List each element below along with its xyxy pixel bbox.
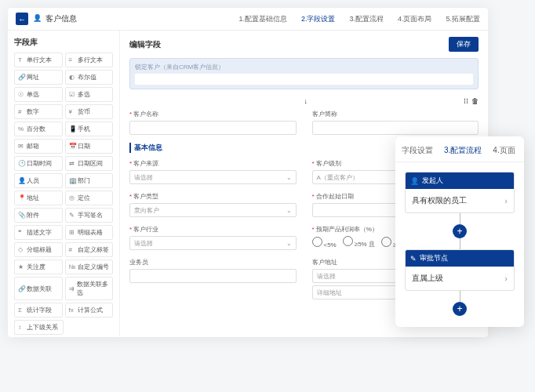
input-sales[interactable]: [129, 269, 297, 283]
field-item[interactable]: ↕上下级关系: [14, 320, 64, 335]
field-icon: #: [69, 246, 75, 253]
page-title: 客户信息: [45, 13, 77, 24]
node-body[interactable]: 具有权限的员工›: [406, 189, 514, 212]
field-item[interactable]: ★关注度: [14, 260, 63, 274]
field-label: 上下级关系: [27, 323, 58, 332]
overlay-tab-fields[interactable]: 字段设置: [402, 143, 433, 158]
field-item[interactable]: 🏢部门: [65, 173, 114, 188]
field-item[interactable]: 📎附件: [14, 208, 63, 223]
field-label: 日期: [78, 142, 90, 151]
add-node-button[interactable]: +: [453, 302, 467, 316]
field-label: 部门: [78, 176, 90, 185]
col-industry: *客户行业 请选择: [129, 225, 297, 250]
field-item[interactable]: ❝描述文字: [14, 225, 63, 240]
step-5[interactable]: 5.拓展配置: [446, 14, 480, 24]
field-item[interactable]: ⇄日期区间: [65, 156, 114, 171]
field-icon: 👤: [18, 177, 24, 184]
field-icon: ¥: [69, 108, 75, 115]
field-item[interactable]: ⊞明细表格: [65, 225, 114, 240]
field-item[interactable]: 🔗数据关联: [14, 277, 63, 300]
flow-node-initiator[interactable]: 👤发起人 具有权限的员工›: [405, 172, 515, 213]
step-nav: 1.配置基础信息 2.字段设置 3.配置流程 4.页面布局 5.拓展配置: [238, 14, 480, 24]
field-item[interactable]: 📅日期: [65, 139, 114, 154]
col-type: *客户类型 意向客户: [129, 192, 297, 217]
field-item[interactable]: 🕐日期时间: [14, 156, 63, 171]
field-item[interactable]: №自定义编号: [65, 260, 114, 274]
field-icon: ⊞: [69, 229, 75, 236]
field-item[interactable]: Σ统计字段: [14, 303, 63, 318]
field-item[interactable]: fx计算公式: [65, 303, 114, 318]
field-item[interactable]: ¥货币: [65, 104, 114, 119]
field-item[interactable]: ⇉数据关联多选: [65, 277, 114, 300]
field-icon: ★: [18, 263, 24, 270]
input-name[interactable]: [129, 121, 297, 135]
select-source[interactable]: 请选择: [129, 170, 297, 184]
field-item[interactable]: T单行文本: [14, 53, 63, 67]
banner-tools: ↓ ⁞⁞ 🗑: [129, 97, 479, 105]
save-button[interactable]: 保存: [449, 37, 479, 52]
back-button[interactable]: ←: [16, 13, 28, 25]
field-item[interactable]: 🔗网址: [14, 70, 63, 85]
field-icon: ☑: [69, 91, 75, 98]
field-item[interactable]: ◇分组标题: [14, 242, 63, 257]
field-label: 多行文本: [78, 56, 103, 64]
field-icon: №: [69, 263, 75, 270]
field-item[interactable]: %百分数: [14, 122, 63, 136]
field-label: 手机: [78, 125, 90, 133]
field-icon: fx: [69, 307, 75, 314]
step-3[interactable]: 3.配置流程: [349, 14, 384, 24]
field-library: 字段库 T单行文本≡多行文本🔗网址◐布尔值☉单选☑多选#数字¥货币%百分数📱手机…: [8, 31, 120, 336]
field-item[interactable]: ✎手写签名: [65, 208, 114, 223]
delete-icon[interactable]: 🗑: [471, 97, 479, 105]
handle-icon[interactable]: ⁞⁞: [464, 97, 468, 105]
approval-icon: ✎: [410, 255, 417, 263]
field-icon: ✎: [69, 212, 75, 219]
overlay-tab-flow[interactable]: 3.配置流程: [444, 143, 482, 158]
field-item[interactable]: #数字: [14, 104, 63, 119]
col-source: *客户来源 请选择: [129, 159, 297, 184]
select-industry[interactable]: 请选择: [129, 236, 297, 250]
field-label: 人员: [27, 176, 39, 185]
input-short[interactable]: [312, 121, 479, 135]
field-label: 自定义标签: [78, 245, 109, 254]
field-label: 邮箱: [27, 142, 39, 151]
label-name: *客户名称: [129, 110, 297, 118]
step-1[interactable]: 1.配置基础信息: [238, 14, 287, 24]
field-icon: 📅: [69, 143, 75, 150]
field-label: 描述文字: [27, 228, 52, 237]
col-sales: 业务员: [129, 258, 297, 299]
field-icon: ↕: [18, 324, 24, 331]
field-item[interactable]: #自定义标签: [65, 242, 114, 257]
overlay-tab-page[interactable]: 4.页面: [493, 143, 515, 158]
field-item[interactable]: ≡多行文本: [65, 53, 114, 67]
step-4[interactable]: 4.页面布局: [398, 14, 432, 24]
field-icon: #: [18, 108, 24, 115]
lock-input[interactable]: [135, 74, 473, 85]
field-icon: ◎: [69, 194, 75, 201]
field-icon: ❝: [18, 229, 24, 236]
sidebar-title: 字段库: [14, 37, 113, 48]
field-item[interactable]: 👤人员: [14, 173, 63, 188]
node-head: 👤发起人: [406, 172, 514, 189]
field-label: 手写签名: [78, 211, 103, 220]
field-icon: ✉: [18, 143, 24, 150]
field-label: 附件: [27, 211, 39, 220]
field-item[interactable]: ◐布尔值: [65, 70, 114, 85]
field-item[interactable]: ✉邮箱: [14, 139, 63, 154]
field-item[interactable]: 📱手机: [65, 122, 114, 136]
field-icon: ◇: [18, 246, 24, 253]
field-item[interactable]: 📍地址: [14, 191, 63, 205]
add-node-button[interactable]: +: [453, 224, 467, 238]
chevron-right-icon: ›: [504, 196, 508, 205]
node-body[interactable]: 直属上级›: [406, 267, 514, 290]
field-label: 分组标题: [27, 245, 52, 254]
step-2[interactable]: 2.字段设置: [301, 14, 336, 24]
arrow-down-icon[interactable]: ↓: [304, 97, 308, 105]
field-item[interactable]: ☉单选: [14, 87, 63, 102]
flow: 👤发起人 具有权限的员工› + ✎审批节点 直属上级› +: [395, 162, 524, 316]
field-icon: ⇄: [69, 160, 75, 167]
field-item[interactable]: ☑多选: [65, 87, 114, 102]
field-item[interactable]: ◎定位: [65, 191, 114, 205]
select-type[interactable]: 意向客户: [129, 203, 297, 217]
flow-node-approval[interactable]: ✎审批节点 直属上级›: [405, 249, 515, 291]
